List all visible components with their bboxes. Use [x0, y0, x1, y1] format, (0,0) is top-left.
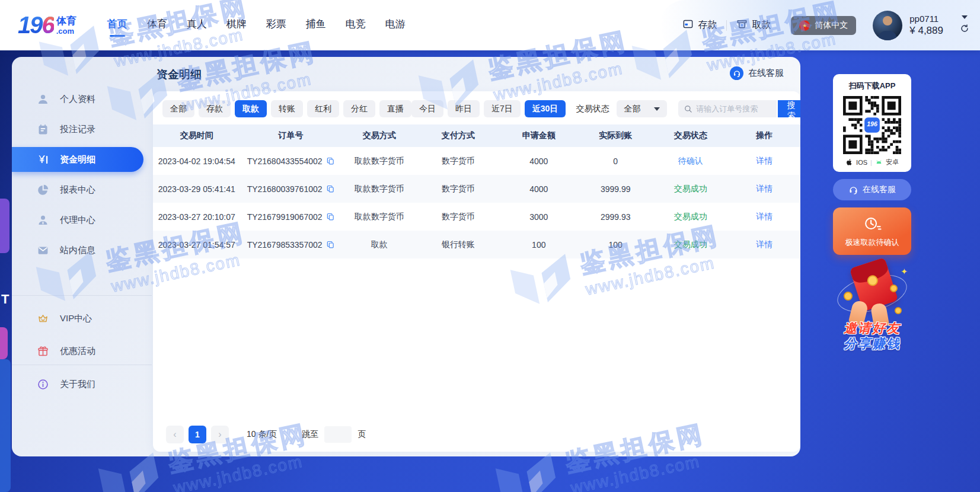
message-icon: [37, 244, 49, 257]
background-decoration: T: [1, 292, 9, 307]
refresh-balance-icon[interactable]: [960, 24, 969, 36]
date-filters: 今日昨日近7日近30日: [411, 100, 566, 117]
detail-link[interactable]: 详情: [729, 156, 800, 167]
divider: [726, 20, 727, 31]
username: pp0711: [909, 14, 943, 25]
online-service-label: 在线客服: [748, 68, 784, 79]
column-header-4: 申请金额: [499, 130, 578, 141]
transaction-type-filters: 全部存款取款转账红利分红直播: [162, 100, 411, 117]
user-account[interactable]: pp0711 ¥ 4,889: [873, 11, 969, 40]
column-header-7: 操作: [729, 130, 800, 141]
date-filter-1[interactable]: 昨日: [448, 100, 480, 117]
date-filter-0[interactable]: 今日: [411, 100, 443, 117]
sidebar-item-7[interactable]: 优惠活动: [12, 338, 152, 363]
chevron-down-icon: [654, 107, 660, 111]
sidebar-item-4[interactable]: 代理中心: [12, 207, 152, 232]
column-header-3: 支付方式: [417, 130, 500, 141]
deposit-button[interactable]: 存款: [682, 18, 717, 32]
funds-detail-card: 全部存款取款转账红利分红直播 今日昨日近7日近30日 交易状态 全部 搜索: [153, 91, 800, 452]
detail-link[interactable]: 详情: [729, 212, 800, 222]
type-filter-4[interactable]: 红利: [307, 100, 339, 117]
app-download-card: 扫码下载APP 196 IOS | 安卓: [833, 74, 911, 172]
copy-icon[interactable]: [326, 212, 335, 221]
android-icon: [875, 158, 883, 166]
order-search-input[interactable]: [678, 100, 777, 117]
chevron-down-icon[interactable]: [962, 15, 968, 19]
cell-payment: 数字货币: [417, 184, 500, 194]
type-filter-2[interactable]: 取款: [235, 100, 267, 117]
type-filter-6[interactable]: 直播: [379, 100, 411, 117]
detail-link[interactable]: 详情: [729, 239, 800, 250]
type-filter-1[interactable]: 存款: [199, 100, 231, 117]
coin-icon: [844, 292, 853, 301]
invite-text-line2: 分享赚钱: [833, 336, 911, 351]
deposit-label: 存款: [698, 19, 717, 31]
report-icon: [37, 184, 49, 196]
column-header-0: 交易时间: [153, 130, 240, 141]
withdraw-button[interactable]: 取款: [736, 18, 771, 32]
nav-item-2[interactable]: 真人: [187, 14, 207, 37]
fast-withdraw-button[interactable]: 极速取款待确认: [833, 207, 911, 255]
copy-icon[interactable]: [326, 184, 335, 193]
language-selector[interactable]: ★ 简体中文: [791, 16, 856, 35]
cell-method: 取款: [341, 239, 417, 250]
status-badge: 交易成功: [653, 212, 729, 222]
cell-order: TY21679919067002: [240, 212, 341, 222]
sidebar-item-label: VIP中心: [60, 313, 92, 324]
column-header-2: 交易方式: [341, 130, 417, 141]
funds-icon: [37, 154, 49, 166]
cell-amount: 4000: [499, 184, 578, 194]
nav-item-6[interactable]: 电竞: [346, 14, 366, 37]
sidebar-item-1[interactable]: 投注记录: [12, 117, 152, 142]
withdraw-label: 取款: [752, 19, 771, 31]
language-label: 简体中文: [815, 20, 848, 31]
sidebar-item-8[interactable]: 关于我们: [12, 372, 152, 397]
type-filter-0[interactable]: 全部: [162, 100, 194, 117]
filter-bar: 全部存款取款转账红利分红直播 今日昨日近7日近30日 交易状态 全部 搜索: [153, 91, 800, 124]
nav-item-1[interactable]: 体育: [147, 14, 167, 37]
china-flag-icon: ★: [799, 20, 810, 31]
nav-item-0[interactable]: 首页: [107, 14, 127, 37]
type-filter-3[interactable]: 转账: [271, 100, 303, 117]
nav-item-3[interactable]: 棋牌: [226, 14, 247, 37]
android-label[interactable]: 安卓: [886, 158, 899, 167]
sidebar-item-5[interactable]: 站内信息: [12, 238, 152, 263]
type-filter-5[interactable]: 分红: [343, 100, 375, 117]
divider: [12, 295, 152, 296]
nav-item-7[interactable]: 电游: [385, 14, 406, 37]
column-header-5: 实际到账: [578, 130, 653, 141]
online-service-button[interactable]: 在线客服: [833, 179, 911, 200]
prev-page-button[interactable]: ‹: [166, 426, 184, 443]
copy-icon[interactable]: [326, 240, 335, 249]
sidebar-item-label: 优惠活动: [60, 346, 95, 357]
cell-received: 0: [578, 156, 653, 166]
sidebar-item-3[interactable]: 报表中心: [12, 177, 152, 202]
nav-item-4[interactable]: 彩票: [266, 14, 286, 37]
page-number-button[interactable]: 1: [189, 426, 206, 443]
background-decoration: [0, 199, 9, 253]
date-filter-2[interactable]: 近7日: [484, 100, 521, 117]
search-button[interactable]: 搜索: [778, 100, 800, 117]
column-header-6: 交易状态: [653, 130, 729, 141]
avatar[interactable]: [873, 11, 902, 40]
record-icon: [37, 123, 49, 136]
next-page-button[interactable]: ›: [211, 426, 229, 443]
jump-page-input[interactable]: [324, 426, 352, 443]
sidebar-item-0[interactable]: 个人资料: [12, 87, 152, 111]
date-filter-3[interactable]: 近30日: [525, 100, 566, 117]
nav-item-5[interactable]: 捕鱼: [306, 14, 326, 37]
status-dropdown[interactable]: 全部: [617, 100, 667, 117]
ios-label[interactable]: IOS: [856, 159, 867, 166]
online-service-link[interactable]: 在线客服: [730, 66, 784, 80]
invite-friends-banner[interactable]: ✦ 邀请好友 分享赚钱: [833, 261, 911, 351]
site-logo[interactable]: 196 体育 .com: [18, 12, 76, 39]
detail-link[interactable]: 详情: [729, 184, 800, 194]
cell-method: 取款数字货币: [341, 156, 417, 167]
sidebar-item-6[interactable]: VIP中心: [12, 306, 152, 331]
coin-icon: [895, 307, 902, 314]
sidebar-item-2[interactable]: 资金明细: [12, 147, 143, 172]
main-panel: 个人资料投注记录资金明细报表中心代理中心站内信息VIP中心优惠活动关于我们 资金…: [12, 57, 800, 456]
cell-amount: 3000: [499, 212, 578, 222]
copy-icon[interactable]: [326, 156, 335, 165]
status-badge: 交易成功: [653, 184, 729, 194]
